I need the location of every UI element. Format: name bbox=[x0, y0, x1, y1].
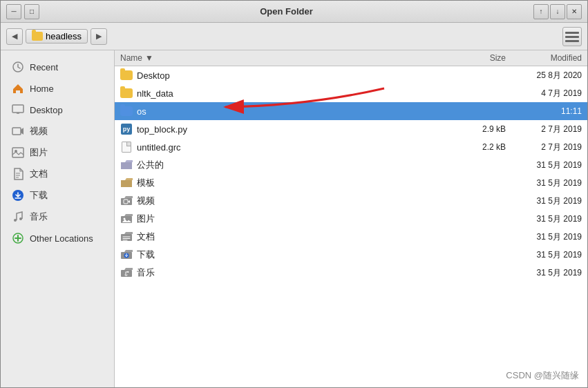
minimize-button[interactable]: ─ bbox=[6, 4, 21, 19]
recent-icon bbox=[12, 61, 24, 73]
file-name-label: top_block.py bbox=[137, 124, 187, 135]
file-name-label: 文档 bbox=[137, 231, 155, 243]
sidebar-item-other[interactable]: Other Locations bbox=[3, 228, 111, 249]
table-row[interactable]: 图片 31 5月 2019 bbox=[115, 210, 587, 228]
file-name-cell: 下载 bbox=[120, 249, 451, 261]
folder-icon bbox=[120, 69, 133, 81]
col-name-label: Name bbox=[120, 53, 142, 63]
sidebar-item-recent[interactable]: Recent bbox=[3, 57, 111, 77]
folder-template-icon bbox=[120, 177, 133, 189]
picture-icon bbox=[12, 146, 24, 159]
sidebar-label-doc: 文档 bbox=[30, 168, 48, 180]
table-row-selected[interactable]: os 11:11 bbox=[115, 102, 587, 120]
table-row[interactable]: untitled.grc 2.2 kB 2 7月 2019 bbox=[115, 138, 587, 156]
col-modified-label: Modified bbox=[551, 53, 582, 63]
file-name-label: 音乐 bbox=[137, 266, 155, 279]
watermark: CSDN @随兴随缘 bbox=[506, 369, 579, 382]
download-icon bbox=[12, 189, 24, 202]
folder-video-icon bbox=[120, 195, 133, 207]
col-size-label: Size bbox=[490, 53, 506, 63]
table-row[interactable]: nltk_data 4 7月 2019 bbox=[115, 84, 587, 102]
file-modified-cell: 31 5月 2019 bbox=[506, 213, 582, 225]
table-row[interactable]: 视频 31 5月 2019 bbox=[115, 192, 587, 210]
folder-download-icon bbox=[120, 249, 133, 261]
sidebar-item-music[interactable]: 音乐 bbox=[3, 206, 111, 227]
sidebar-label-recent: Recent bbox=[30, 62, 58, 72]
file-name-label: 下载 bbox=[137, 249, 155, 261]
table-row[interactable]: 音乐 31 5月 2019 bbox=[115, 264, 587, 282]
titlebar: ─ □ Open Folder ↑ ↓ ✕ bbox=[1, 1, 587, 23]
sidebar-label-desktop: Desktop bbox=[30, 105, 63, 115]
view-icon bbox=[565, 31, 579, 42]
file-name-cell: 视频 bbox=[120, 195, 451, 207]
sidebar-item-download[interactable]: 下载 bbox=[3, 185, 111, 206]
toolbar: ◀ headless ▶ bbox=[1, 23, 587, 50]
dialog-title: Open Folder bbox=[39, 6, 533, 17]
svg-rect-5 bbox=[12, 128, 21, 135]
table-row[interactable]: 文档 31 5月 2019 bbox=[115, 228, 587, 246]
folder-icon bbox=[120, 87, 133, 99]
table-row[interactable]: 下载 31 5月 2019 bbox=[115, 246, 587, 264]
sort-indicator: ▼ bbox=[145, 53, 153, 63]
desktop-icon bbox=[12, 104, 24, 116]
file-name-label: os bbox=[137, 106, 146, 117]
folder-img-icon bbox=[120, 213, 133, 225]
file-name-cell: py top_block.py bbox=[120, 123, 451, 135]
view-button[interactable] bbox=[562, 27, 582, 46]
sidebar-label-home: Home bbox=[30, 84, 54, 94]
col-name-header[interactable]: Name ▼ bbox=[120, 53, 451, 63]
svg-point-10 bbox=[19, 217, 22, 220]
folder-blue-icon bbox=[120, 105, 133, 117]
forward-button[interactable]: ▶ bbox=[91, 28, 107, 45]
file-modified-cell: 31 5月 2019 bbox=[506, 267, 582, 279]
svg-rect-2 bbox=[565, 40, 579, 42]
sidebar-label-other: Other Locations bbox=[30, 233, 93, 244]
file-modified-cell: 31 5月 2019 bbox=[506, 231, 582, 243]
sidebar-label-picture: 图片 bbox=[30, 146, 48, 159]
close-button[interactable]: ✕ bbox=[567, 4, 582, 19]
file-name-label: 视频 bbox=[137, 195, 155, 207]
up-button[interactable]: ↑ bbox=[533, 4, 549, 19]
sidebar-label-video: 视频 bbox=[30, 125, 48, 137]
back-button[interactable]: ◀ bbox=[6, 28, 23, 45]
home-icon bbox=[12, 82, 24, 95]
titlebar-left: ─ □ bbox=[6, 4, 39, 19]
sidebar-item-desktop[interactable]: Desktop bbox=[3, 99, 111, 120]
file-name-label: 图片 bbox=[137, 213, 155, 225]
file-name-label: untitled.grc bbox=[137, 142, 181, 153]
down-button[interactable]: ↓ bbox=[550, 4, 565, 19]
file-modified-cell: 25 8月 2020 bbox=[506, 70, 582, 81]
sidebar-item-video[interactable]: 视频 bbox=[3, 121, 111, 142]
table-row[interactable]: 模板 31 5月 2019 bbox=[115, 174, 587, 192]
other-icon bbox=[12, 232, 24, 244]
music-icon bbox=[12, 211, 24, 223]
file-modified-cell: 31 5月 2019 bbox=[506, 177, 582, 189]
sidebar-item-home[interactable]: Home bbox=[3, 78, 111, 99]
restore-button[interactable]: □ bbox=[24, 4, 39, 19]
col-modified-header[interactable]: Modified bbox=[506, 53, 582, 63]
folder-doc-icon bbox=[120, 231, 133, 243]
file-name-cell: Desktop bbox=[120, 69, 451, 81]
file-modified-cell: 2 7月 2019 bbox=[506, 124, 582, 135]
file-list-area: Name ▼ Size Modified Desktop bbox=[115, 50, 587, 387]
table-row[interactable]: 公共的 31 5月 2019 bbox=[115, 156, 587, 174]
file-name-cell: 图片 bbox=[120, 213, 451, 225]
file-list-header: Name ▼ Size Modified bbox=[115, 50, 587, 66]
file-name-label: Desktop bbox=[137, 70, 170, 81]
table-row[interactable]: py top_block.py 2.9 kB 2 7月 2019 bbox=[115, 120, 587, 138]
doc-icon bbox=[12, 168, 24, 180]
breadcrumb-item[interactable]: headless bbox=[26, 29, 88, 43]
col-size-header[interactable]: Size bbox=[451, 53, 506, 63]
svg-rect-6 bbox=[12, 148, 23, 157]
sidebar-item-doc[interactable]: 文档 bbox=[3, 164, 111, 184]
breadcrumb-label: headless bbox=[46, 31, 82, 41]
sidebar-item-picture[interactable]: 图片 bbox=[3, 142, 111, 163]
table-row[interactable]: Desktop 25 8月 2020 bbox=[115, 66, 587, 84]
file-name-cell: untitled.grc bbox=[120, 141, 451, 153]
sidebar-label-music: 音乐 bbox=[30, 211, 48, 223]
file-name-cell: 公共的 bbox=[120, 159, 451, 171]
svg-rect-0 bbox=[565, 32, 579, 34]
video-icon bbox=[12, 125, 24, 137]
file-icon bbox=[120, 141, 133, 153]
file-name-cell: 模板 bbox=[120, 177, 451, 189]
